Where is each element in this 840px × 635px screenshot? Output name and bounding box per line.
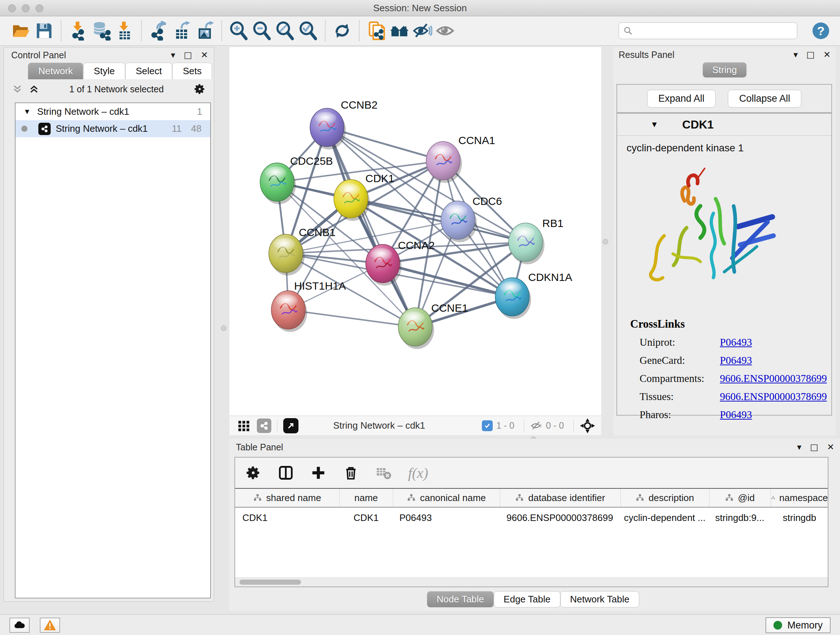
tab-string[interactable]: String <box>703 62 747 78</box>
hide-panels-button[interactable] <box>411 19 434 42</box>
table-row[interactable]: CDK1CDK1P064939606.ENSP00000378699cyclin… <box>235 507 828 528</box>
refresh-button[interactable] <box>331 19 354 42</box>
network-edge[interactable] <box>288 310 415 327</box>
zoom-selected-button[interactable] <box>297 19 320 42</box>
zoom-out-button[interactable] <box>250 19 273 42</box>
import-network-database-button[interactable] <box>90 19 113 42</box>
delete-column-icon[interactable] <box>343 465 359 481</box>
network-node-cdkn1a[interactable]: CDKN1A <box>495 271 572 319</box>
table-cell[interactable]: CDK1 <box>235 507 339 528</box>
network-node-ccna2[interactable]: CCNA2 <box>366 239 435 286</box>
show-graphics-details-button[interactable] <box>434 19 457 42</box>
search-box[interactable] <box>619 22 797 39</box>
column-header[interactable]: @id <box>709 489 771 507</box>
table-hscrollbar[interactable] <box>235 578 828 586</box>
export-table-file-button[interactable] <box>170 19 193 42</box>
panel-float-icon[interactable]: □ <box>184 51 192 59</box>
table-panel: Table Panel ▾ □ ✕ <box>229 439 840 611</box>
cloud-status-button[interactable] <box>9 618 30 633</box>
hidden-eye-icon[interactable] <box>530 420 542 432</box>
export-image-button[interactable] <box>193 19 216 42</box>
tab-edge-table[interactable]: Edge Table <box>494 591 561 608</box>
tab-network-table[interactable]: Network Table <box>561 591 639 608</box>
node-table[interactable]: shared namenamecanonical namedatabase id… <box>235 488 828 578</box>
table-gear-icon[interactable] <box>245 465 261 481</box>
function-builder-icon: f(x) <box>408 464 428 481</box>
clone-network-button[interactable] <box>365 19 388 42</box>
table-cell[interactable]: stringdb:9... <box>709 507 771 528</box>
tree-expand-icon[interactable]: ▼ <box>24 108 31 116</box>
network-node-cdk1[interactable]: CDK1 <box>334 172 394 221</box>
detach-view-icon[interactable] <box>283 418 298 433</box>
search-input[interactable] <box>636 25 793 36</box>
table-cell[interactable]: P06493 <box>393 507 500 528</box>
birds-eye-view-icon[interactable] <box>579 418 595 434</box>
crosslink-link[interactable]: P06493 <box>720 355 752 366</box>
network-node-ccne1[interactable]: CCNE1 <box>398 302 468 349</box>
network-node-cdc6[interactable]: CDC6 <box>441 195 502 242</box>
network-edge[interactable] <box>327 127 415 327</box>
node-label: CCNB1 <box>299 226 336 238</box>
collapse-entry-icon[interactable]: ▼ <box>651 120 658 129</box>
grid-view-icon[interactable] <box>237 419 250 432</box>
column-header[interactable]: shared name <box>235 489 339 507</box>
network-node-ccna1[interactable]: CCNA1 <box>426 134 495 183</box>
panel-float-icon[interactable]: □ <box>810 443 818 451</box>
crosslink-link[interactable]: 9606.ENSP00000378699 <box>720 372 827 385</box>
table-cell[interactable]: stringdb <box>771 507 828 528</box>
panel-menu-icon[interactable]: ▾ <box>793 50 798 59</box>
network-badge-icon[interactable] <box>257 418 271 433</box>
zoom-fit-button[interactable] <box>273 19 297 42</box>
column-header[interactable]: canonical name <box>393 489 500 507</box>
panel-close-icon[interactable]: ✕ <box>201 51 208 59</box>
crosslink-link[interactable]: 9606.ENSP00000378699 <box>720 391 827 402</box>
expand-all-button[interactable]: Expand All <box>647 90 716 108</box>
network-canvas[interactable]: CCNB2CCNA1CDC25BCDK1CDC6RB1CCNB1CCNA2CDK… <box>229 47 601 416</box>
panel-close-icon[interactable]: ✕ <box>827 443 834 451</box>
network-row-selected[interactable]: String Network – cdk1 11 48 <box>16 120 210 137</box>
panel-menu-icon[interactable]: ▾ <box>797 443 801 451</box>
collapse-all-icon[interactable] <box>12 84 23 95</box>
network-collection-row[interactable]: ▼ String Network – cdk1 1 <box>16 103 210 120</box>
collapse-all-button[interactable]: Collapse All <box>728 90 801 108</box>
zoom-in-button[interactable] <box>227 19 250 42</box>
tab-node-table[interactable]: Node Table <box>427 591 494 608</box>
scrollbar-thumb[interactable] <box>240 580 301 585</box>
selected-count-icon[interactable] <box>482 420 493 431</box>
tab-select[interactable]: Select <box>125 63 172 79</box>
node-details-header[interactable]: ▼ CDK1 <box>617 114 831 136</box>
splitter-handle[interactable] <box>603 239 608 244</box>
crosslink-link[interactable]: P06493 <box>720 409 752 421</box>
import-network-file-button[interactable] <box>66 19 90 42</box>
network-node-hist1h1a[interactable]: HIST1H1A <box>271 280 346 332</box>
open-session-button[interactable] <box>9 19 33 42</box>
splitter-handle[interactable] <box>221 325 226 331</box>
table-cell[interactable]: cyclin-dependent ... <box>621 507 709 528</box>
column-header[interactable]: name <box>339 489 393 507</box>
column-header[interactable]: description <box>621 489 709 507</box>
table-cell[interactable]: CDK1 <box>339 507 393 528</box>
panel-menu-icon[interactable]: ▾ <box>171 51 175 59</box>
tab-network[interactable]: Network <box>28 63 83 79</box>
tab-style[interactable]: Style <box>83 63 125 79</box>
export-network-file-button[interactable] <box>147 19 170 42</box>
help-button[interactable]: ? <box>813 22 829 39</box>
panel-close-icon[interactable]: ✕ <box>823 50 831 59</box>
network-node-rb1[interactable]: RB1 <box>508 217 563 264</box>
gear-icon[interactable] <box>194 83 206 95</box>
crosslink-link[interactable]: P06493 <box>720 336 752 348</box>
column-header[interactable]: namespace <box>771 489 828 507</box>
show-all-panels-button[interactable] <box>388 19 411 42</box>
memory-button[interactable]: Memory <box>766 617 831 633</box>
crosslink-row: Pharos:P06493 <box>639 409 831 421</box>
show-columns-icon[interactable] <box>278 465 294 481</box>
import-table-file-button[interactable] <box>113 19 136 42</box>
add-column-icon[interactable] <box>310 465 326 481</box>
expand-all-icon[interactable] <box>28 84 39 95</box>
save-session-button[interactable] <box>33 19 56 42</box>
column-header[interactable]: database identifier <box>500 489 621 507</box>
warnings-button[interactable] <box>40 618 60 633</box>
panel-float-icon[interactable]: □ <box>806 50 815 59</box>
tab-sets[interactable]: Sets <box>172 63 212 79</box>
table-cell[interactable]: 9606.ENSP00000378699 <box>500 507 621 528</box>
